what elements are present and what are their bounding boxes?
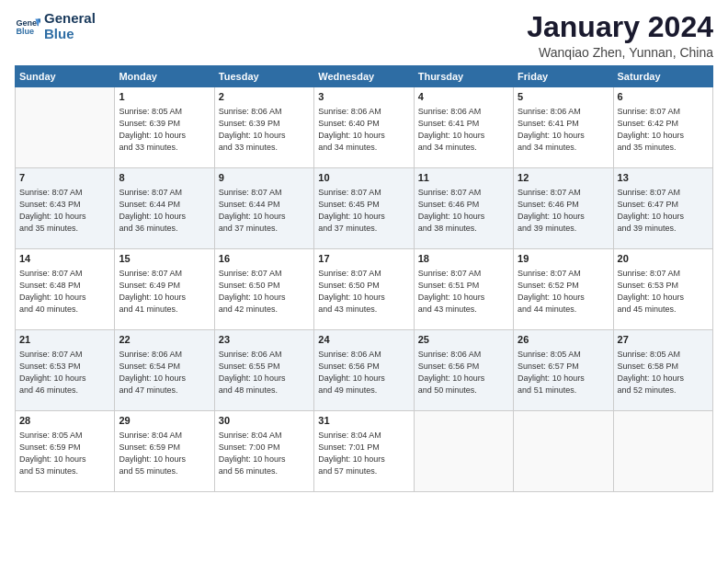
cell-w5-d2: 29Sunrise: 8:04 AM Sunset: 6:59 PM Dayli… (115, 411, 214, 492)
day-number: 15 (119, 252, 210, 266)
day-info: Sunrise: 8:05 AM Sunset: 6:57 PM Dayligh… (518, 349, 609, 396)
week-row-4: 21Sunrise: 8:07 AM Sunset: 6:53 PM Dayli… (16, 330, 713, 411)
cell-w5-d7 (613, 411, 712, 492)
day-number: 14 (19, 252, 110, 266)
cell-w1-d6: 5Sunrise: 8:06 AM Sunset: 6:41 PM Daylig… (514, 87, 613, 168)
day-number: 20 (618, 252, 709, 266)
cell-w5-d1: 28Sunrise: 8:05 AM Sunset: 6:59 PM Dayli… (16, 411, 115, 492)
day-info: Sunrise: 8:07 AM Sunset: 6:43 PM Dayligh… (19, 187, 110, 235)
col-friday: Friday (514, 66, 613, 87)
title-block: January 2024 Wanqiao Zhen, Yunnan, China (527, 11, 713, 60)
day-number: 25 (418, 333, 509, 347)
col-monday: Monday (115, 66, 214, 87)
day-info: Sunrise: 8:06 AM Sunset: 6:55 PM Dayligh… (219, 349, 310, 396)
week-row-5: 28Sunrise: 8:05 AM Sunset: 6:59 PM Dayli… (16, 411, 713, 492)
cell-w4-d6: 26Sunrise: 8:05 AM Sunset: 6:57 PM Dayli… (514, 330, 613, 411)
day-info: Sunrise: 8:05 AM Sunset: 6:39 PM Dayligh… (119, 106, 210, 154)
col-wednesday: Wednesday (314, 66, 414, 87)
svg-text:Blue: Blue (16, 27, 34, 36)
col-saturday: Saturday (613, 66, 712, 87)
day-number: 13 (618, 171, 709, 185)
day-number: 5 (518, 90, 609, 104)
cell-w4-d5: 25Sunrise: 8:06 AM Sunset: 6:56 PM Dayli… (414, 330, 513, 411)
day-number: 16 (219, 252, 310, 266)
day-info: Sunrise: 8:04 AM Sunset: 7:00 PM Dayligh… (219, 430, 310, 477)
day-number: 8 (119, 171, 210, 185)
cell-w2-d5: 11Sunrise: 8:07 AM Sunset: 6:46 PM Dayli… (414, 168, 513, 249)
day-info: Sunrise: 8:05 AM Sunset: 6:58 PM Dayligh… (618, 349, 709, 396)
day-number: 26 (518, 333, 609, 347)
week-row-3: 14Sunrise: 8:07 AM Sunset: 6:48 PM Dayli… (16, 249, 713, 330)
day-info: Sunrise: 8:07 AM Sunset: 6:45 PM Dayligh… (318, 187, 409, 235)
cell-w4-d7: 27Sunrise: 8:05 AM Sunset: 6:58 PM Dayli… (613, 330, 712, 411)
logo-line1: General (44, 11, 96, 27)
cell-w1-d7: 6Sunrise: 8:07 AM Sunset: 6:42 PM Daylig… (613, 87, 712, 168)
day-number: 29 (119, 414, 210, 428)
day-info: Sunrise: 8:07 AM Sunset: 6:52 PM Dayligh… (518, 268, 609, 316)
cell-w2-d1: 7Sunrise: 8:07 AM Sunset: 6:43 PM Daylig… (16, 168, 115, 249)
cell-w5-d6 (514, 411, 613, 492)
day-number: 9 (219, 171, 310, 185)
day-number: 28 (19, 414, 110, 428)
col-thursday: Thursday (414, 66, 513, 87)
logo-line2: Blue (44, 27, 96, 42)
cell-w2-d7: 13Sunrise: 8:07 AM Sunset: 6:47 PM Dayli… (613, 168, 712, 249)
week-row-1: 1Sunrise: 8:05 AM Sunset: 6:39 PM Daylig… (16, 87, 713, 168)
cell-w2-d4: 10Sunrise: 8:07 AM Sunset: 6:45 PM Dayli… (314, 168, 414, 249)
cell-w2-d6: 12Sunrise: 8:07 AM Sunset: 6:46 PM Dayli… (514, 168, 613, 249)
day-info: Sunrise: 8:07 AM Sunset: 6:50 PM Dayligh… (318, 268, 409, 316)
day-number: 18 (418, 252, 509, 266)
day-info: Sunrise: 8:07 AM Sunset: 6:50 PM Dayligh… (219, 268, 310, 316)
day-number: 12 (518, 171, 609, 185)
day-number: 21 (19, 333, 110, 347)
week-row-2: 7Sunrise: 8:07 AM Sunset: 6:43 PM Daylig… (16, 168, 713, 249)
cell-w4-d2: 22Sunrise: 8:06 AM Sunset: 6:54 PM Dayli… (115, 330, 214, 411)
day-info: Sunrise: 8:07 AM Sunset: 6:44 PM Dayligh… (119, 187, 210, 235)
calendar-subtitle: Wanqiao Zhen, Yunnan, China (527, 45, 713, 60)
day-number: 22 (119, 333, 210, 347)
day-info: Sunrise: 8:07 AM Sunset: 6:49 PM Dayligh… (119, 268, 210, 316)
logo-icon: General Blue (15, 14, 40, 40)
day-info: Sunrise: 8:07 AM Sunset: 6:46 PM Dayligh… (518, 187, 609, 235)
cell-w3-d5: 18Sunrise: 8:07 AM Sunset: 6:51 PM Dayli… (414, 249, 513, 330)
cell-w3-d6: 19Sunrise: 8:07 AM Sunset: 6:52 PM Dayli… (514, 249, 613, 330)
day-number: 4 (418, 90, 509, 104)
cell-w3-d7: 20Sunrise: 8:07 AM Sunset: 6:53 PM Dayli… (613, 249, 712, 330)
day-number: 6 (618, 90, 709, 104)
cell-w1-d5: 4Sunrise: 8:06 AM Sunset: 6:41 PM Daylig… (414, 87, 513, 168)
cell-w5-d5 (414, 411, 513, 492)
logo: General Blue General Blue (15, 11, 96, 41)
day-info: Sunrise: 8:06 AM Sunset: 6:56 PM Dayligh… (318, 349, 409, 396)
day-number: 30 (219, 414, 310, 428)
day-number: 27 (618, 333, 709, 347)
calendar-title: January 2024 (527, 11, 713, 43)
day-info: Sunrise: 8:07 AM Sunset: 6:44 PM Dayligh… (219, 187, 310, 235)
cell-w1-d2: 1Sunrise: 8:05 AM Sunset: 6:39 PM Daylig… (115, 87, 214, 168)
day-number: 7 (19, 171, 110, 185)
cell-w1-d4: 3Sunrise: 8:06 AM Sunset: 6:40 PM Daylig… (314, 87, 414, 168)
cell-w5-d3: 30Sunrise: 8:04 AM Sunset: 7:00 PM Dayli… (214, 411, 313, 492)
day-info: Sunrise: 8:06 AM Sunset: 6:39 PM Dayligh… (219, 106, 310, 154)
cell-w3-d3: 16Sunrise: 8:07 AM Sunset: 6:50 PM Dayli… (214, 249, 313, 330)
day-info: Sunrise: 8:06 AM Sunset: 6:41 PM Dayligh… (418, 106, 509, 154)
day-number: 23 (219, 333, 310, 347)
day-info: Sunrise: 8:06 AM Sunset: 6:41 PM Dayligh… (518, 106, 609, 154)
cell-w1-d1 (16, 87, 115, 168)
day-number: 31 (318, 414, 409, 428)
day-info: Sunrise: 8:06 AM Sunset: 6:56 PM Dayligh… (418, 349, 509, 396)
col-tuesday: Tuesday (214, 66, 313, 87)
cell-w4-d4: 24Sunrise: 8:06 AM Sunset: 6:56 PM Dayli… (314, 330, 414, 411)
day-info: Sunrise: 8:07 AM Sunset: 6:53 PM Dayligh… (618, 268, 709, 316)
day-number: 2 (219, 90, 310, 104)
cell-w3-d4: 17Sunrise: 8:07 AM Sunset: 6:50 PM Dayli… (314, 249, 414, 330)
day-info: Sunrise: 8:07 AM Sunset: 6:47 PM Dayligh… (618, 187, 709, 235)
cell-w5-d4: 31Sunrise: 8:04 AM Sunset: 7:01 PM Dayli… (314, 411, 414, 492)
cell-w3-d2: 15Sunrise: 8:07 AM Sunset: 6:49 PM Dayli… (115, 249, 214, 330)
day-info: Sunrise: 8:07 AM Sunset: 6:51 PM Dayligh… (418, 268, 509, 316)
calendar-table: Sunday Monday Tuesday Wednesday Thursday… (15, 65, 713, 492)
day-info: Sunrise: 8:07 AM Sunset: 6:53 PM Dayligh… (19, 349, 110, 396)
day-info: Sunrise: 8:04 AM Sunset: 6:59 PM Dayligh… (119, 430, 210, 477)
cell-w2-d2: 8Sunrise: 8:07 AM Sunset: 6:44 PM Daylig… (115, 168, 214, 249)
cell-w1-d3: 2Sunrise: 8:06 AM Sunset: 6:39 PM Daylig… (214, 87, 313, 168)
col-sunday: Sunday (16, 66, 115, 87)
